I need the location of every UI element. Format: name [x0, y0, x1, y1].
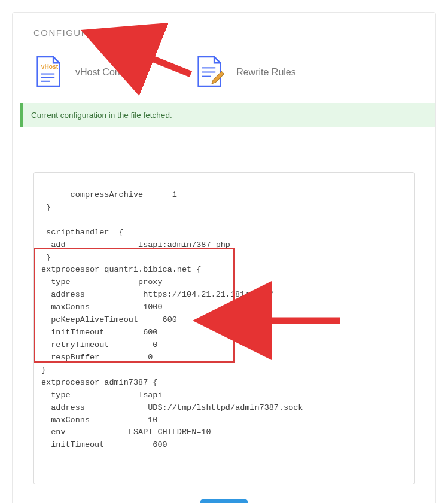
svg-text:vHost: vHost — [41, 63, 59, 70]
panel-title: CONFIGURATIONS — [33, 28, 415, 38]
tabs-row: vHost vHost Conf Rewrite Rules — [33, 56, 415, 103]
divider — [13, 139, 435, 139]
config-content: compressArchive 1 } scripthandler { add … — [41, 190, 303, 449]
tab-vhost-label: vHost Conf — [75, 67, 123, 78]
tab-vhost-conf[interactable]: vHost vHost Conf — [33, 56, 123, 89]
config-panel: CONFIGURATIONS vHost vHost Conf — [12, 12, 436, 503]
config-textarea[interactable]: compressArchive 1 } scripthandler { add … — [33, 172, 415, 484]
vhost-file-icon: vHost — [33, 56, 63, 89]
tab-rewrite-label: Rewrite Rules — [236, 67, 296, 78]
rewrite-file-icon — [194, 56, 224, 89]
tab-rewrite-rules[interactable]: Rewrite Rules — [194, 56, 296, 89]
alert-success: Current configuration in the file fetche… — [20, 103, 435, 127]
save-row: Save — [33, 499, 415, 503]
save-button[interactable]: Save — [200, 499, 247, 503]
